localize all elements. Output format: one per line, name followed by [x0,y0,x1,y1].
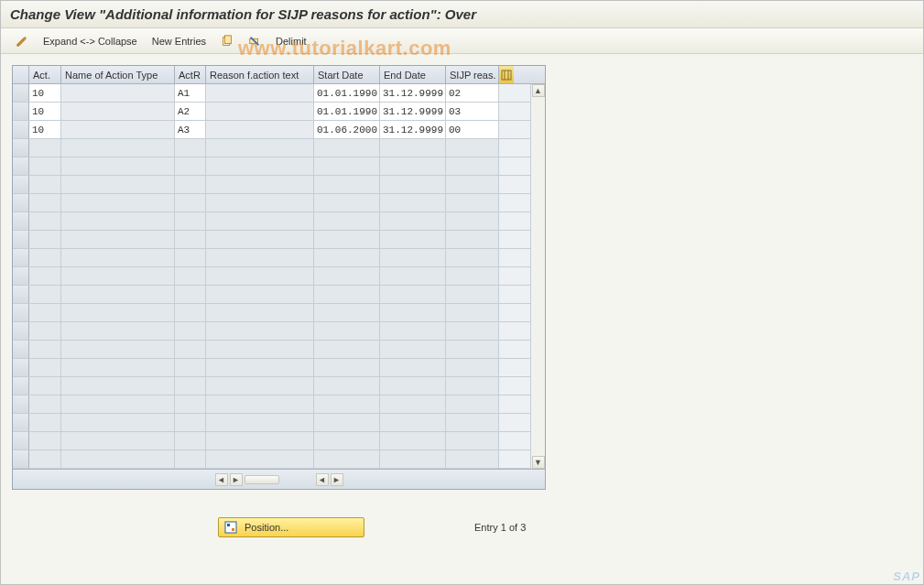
col-header-name[interactable]: Name of Action Type [61,66,175,83]
toggle-display-change-button[interactable] [10,33,34,49]
table-row [13,212,530,231]
cell-sijp[interactable]: 02 [446,84,499,102]
cell-actr [175,139,206,157]
scroll-up-button[interactable]: ▲ [532,84,545,97]
cell-sijp [446,377,499,395]
cell-act [29,267,61,285]
row-selector[interactable] [13,139,29,157]
table-row [13,157,530,176]
row-selector[interactable] [13,450,29,468]
cell-end [380,139,446,157]
cell-act [29,304,61,321]
cell-name [61,231,175,248]
cell-reason [206,414,314,431]
svg-rect-8 [227,524,230,526]
cell-actr[interactable]: A1 [175,84,206,102]
cell-start [314,432,380,450]
cell-start[interactable]: 01.06.2000 [314,121,380,138]
row-selector[interactable] [13,414,29,431]
delimit-button[interactable]: Delimit [270,34,312,49]
vertical-scrollbar[interactable]: ▲ ▼ [530,84,545,469]
row-selector[interactable] [13,341,29,358]
cell-name [61,267,175,285]
copy-as-button[interactable] [215,33,239,49]
row-selector[interactable] [13,322,29,340]
row-selector[interactable] [13,157,29,175]
col-header-end[interactable]: End Date [380,66,446,83]
cell-act [29,176,61,193]
cell-reason [206,212,314,230]
cell-start[interactable]: 01.01.1990 [314,84,380,102]
row-selector-header[interactable] [13,66,29,83]
cell-reason [206,432,314,450]
delete-button[interactable] [243,33,266,49]
cell-act [29,359,61,376]
cell-reason [206,103,314,120]
cell-end [380,341,446,358]
cell-act[interactable]: 10 [29,84,61,102]
row-selector[interactable] [13,377,29,395]
row-selector[interactable] [13,212,29,230]
cell-end[interactable]: 31.12.9999 [380,121,446,138]
cell-end[interactable]: 31.12.9999 [380,84,446,102]
row-selector[interactable] [13,267,29,285]
svg-rect-4 [502,70,511,80]
cell-sijp [446,139,499,157]
col-header-start[interactable]: Start Date [314,66,380,83]
row-selector[interactable] [13,231,29,248]
row-selector[interactable] [13,432,29,450]
cell-start [314,304,380,321]
col-header-sijp[interactable]: SIJP reas. [446,66,499,83]
cell-name [61,212,175,230]
cell-start [314,139,380,157]
cell-act[interactable]: 10 [29,121,61,138]
new-entries-label: New Entries [152,36,206,47]
row-selector[interactable] [13,395,29,413]
cell-actr[interactable]: A2 [175,103,206,120]
row-selector[interactable] [13,103,29,120]
scroll-left-button[interactable]: ◄ [215,473,228,486]
cell-start [314,249,380,266]
cell-reason [206,359,314,376]
cell-name [61,395,175,413]
row-selector[interactable] [13,249,29,266]
row-selector[interactable] [13,359,29,376]
position-button[interactable]: Position... [218,517,364,537]
col-header-actr[interactable]: ActR [175,66,206,83]
row-selector[interactable] [13,286,29,303]
row-selector[interactable] [13,121,29,138]
table-row [13,395,530,414]
scroll-right-button[interactable]: ► [230,473,243,486]
sap-window: Change View "Additional information for … [0,0,924,585]
cell-reason [206,121,314,138]
cell-act [29,139,61,157]
scroll-down-button[interactable]: ▼ [532,456,545,469]
scroll-left-button-2[interactable]: ◄ [316,473,329,486]
cell-actr[interactable]: A3 [175,121,206,138]
cell-start [314,176,380,193]
row-selector[interactable] [13,176,29,193]
horizontal-scroll-thumb[interactable] [245,475,279,484]
col-header-reason[interactable]: Reason f.action text [206,66,314,83]
configure-columns-button[interactable] [499,66,514,83]
table-row [13,249,530,267]
row-selector[interactable] [13,194,29,211]
cell-act[interactable]: 10 [29,103,61,120]
cell-end [380,212,446,230]
scroll-right-button-2[interactable]: ► [331,473,343,486]
cell-sijp [446,157,499,175]
new-entries-button[interactable]: New Entries [147,34,212,49]
cell-end [380,194,446,211]
row-selector[interactable] [13,304,29,321]
cell-sijp[interactable]: 00 [446,121,499,138]
row-selector[interactable] [13,84,29,102]
cell-start[interactable]: 01.01.1990 [314,103,380,120]
table-row [13,231,530,249]
expand-collapse-button[interactable]: Expand <-> Collapse [38,34,143,49]
cell-reason [206,341,314,358]
col-header-act[interactable]: Act. [29,66,61,83]
cell-act [29,377,61,395]
cell-sijp[interactable]: 03 [446,103,499,120]
cell-end[interactable]: 31.12.9999 [380,103,446,120]
cell-actr [175,377,206,395]
